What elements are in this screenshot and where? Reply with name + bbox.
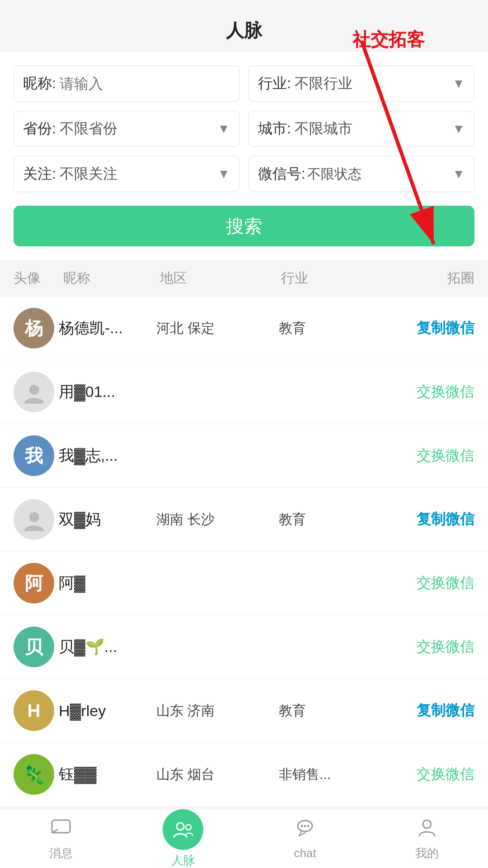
avatar: 我 — [14, 435, 54, 476]
header-action: 拓圈 — [378, 269, 474, 288]
user-nickname: 钰▓▓ — [54, 764, 156, 785]
user-action-button[interactable]: 复制微信 — [377, 509, 474, 529]
mine-icon — [417, 817, 437, 843]
user-industry: 教育 — [279, 702, 376, 720]
user-action-button[interactable]: 交换微信 — [377, 446, 474, 466]
nav-label-messages: 消息 — [49, 845, 73, 861]
nav-label-chat: chat — [294, 846, 316, 860]
user-action-button[interactable]: 交换微信 — [377, 573, 474, 593]
follow-value: 不限关注 — [56, 164, 217, 184]
user-list: 杨 杨德凯-... 河北 保定 教育 复制微信 用▓01... 交换微信 我 我… — [0, 297, 488, 807]
user-region: 山东 济南 — [156, 702, 279, 720]
wechat-chevron-icon: ▼ — [452, 167, 465, 181]
user-nickname: 用▓01... — [54, 382, 156, 402]
avatar: 阿 — [14, 563, 54, 604]
filter-row-2: 省份: 不限省份 ▼ 城市: 不限城市 ▼ — [14, 111, 474, 147]
nav-item-messages[interactable]: 消息 — [0, 812, 122, 866]
industry-value: 不限行业 — [291, 74, 452, 94]
user-row: 双▓妈 湖南 长沙 教育 复制微信 — [0, 488, 488, 552]
user-row: 贝 贝▓🌱... 交换微信 — [0, 615, 488, 679]
province-value: 不限省份 — [56, 119, 217, 139]
avatar: 🦎 — [14, 754, 54, 795]
follow-chevron-icon: ▼ — [217, 167, 230, 181]
user-nickname: 阿▓ — [54, 573, 156, 594]
avatar: 杨 — [14, 308, 54, 349]
messages-icon — [51, 817, 71, 843]
annotation-text: 社交拓客 — [352, 27, 425, 52]
contacts-icon — [172, 818, 194, 841]
industry-label: 行业: — [258, 74, 291, 94]
svg-point-2 — [29, 385, 39, 395]
user-action-button[interactable]: 复制微信 — [377, 318, 474, 338]
user-row: H H▓rley 山东 济南 教育 复制微信 — [0, 679, 488, 743]
nav-label-mine: 我的 — [415, 845, 439, 861]
user-row: 用▓01... 交换微信 — [0, 360, 488, 424]
city-filter[interactable]: 城市: 不限城市 ▼ — [249, 111, 474, 147]
svg-point-5 — [177, 823, 184, 830]
contacts-icon-bg — [163, 809, 203, 850]
nickname-label: 昵称: — [23, 74, 56, 94]
user-region: 湖南 长沙 — [156, 510, 279, 529]
industry-chevron-icon: ▼ — [452, 76, 465, 91]
province-label: 省份: — [23, 119, 56, 139]
user-industry: 非销售... — [279, 765, 376, 784]
user-nickname: 我▓志,... — [54, 445, 156, 466]
svg-point-10 — [307, 825, 310, 827]
svg-point-9 — [304, 825, 306, 827]
nav-item-mine[interactable]: 我的 — [366, 812, 488, 866]
user-action-button[interactable]: 交换微信 — [377, 382, 474, 402]
avatar — [14, 372, 54, 412]
user-industry: 教育 — [279, 319, 376, 338]
table-header: 头像 昵称 地区 行业 拓圈 — [0, 260, 488, 297]
header-region: 地区 — [160, 269, 281, 288]
user-row: 阿 阿▓ 交换微信 — [0, 552, 488, 615]
user-row: 🦎 钰▓▓ 山东 烟台 非销售... 交换微信 — [0, 743, 488, 807]
avatar: H — [14, 690, 54, 731]
city-value: 不限城市 — [291, 119, 452, 139]
follow-filter[interactable]: 关注: 不限关注 ▼ — [14, 156, 239, 192]
wechat-filter[interactable]: 微信号: 不限状态 ▼ — [249, 156, 474, 192]
user-nickname: 杨德凯-... — [54, 318, 156, 339]
user-action-button[interactable]: 复制微信 — [377, 701, 474, 721]
user-row: 杨 杨德凯-... 河北 保定 教育 复制微信 — [0, 297, 488, 360]
user-action-button[interactable]: 交换微信 — [377, 764, 474, 784]
user-nickname: 双▓妈 — [54, 509, 156, 530]
svg-point-11 — [423, 820, 431, 828]
nickname-input[interactable] — [60, 75, 230, 92]
user-row: 我 我▓志,... 交换微信 — [0, 424, 488, 488]
svg-point-8 — [301, 825, 303, 827]
city-chevron-icon: ▼ — [452, 122, 465, 136]
header-nickname: 昵称 — [63, 269, 160, 288]
user-nickname: H▓rley — [54, 702, 156, 720]
province-chevron-icon: ▼ — [217, 122, 230, 136]
nav-item-contacts[interactable]: 人脉 — [122, 805, 244, 868]
industry-filter[interactable]: 行业: 不限行业 ▼ — [249, 66, 474, 102]
user-industry: 教育 — [279, 510, 376, 529]
avatar — [14, 499, 54, 540]
follow-label: 关注: — [23, 164, 56, 184]
user-action-button[interactable]: 交换微信 — [377, 637, 474, 657]
header-avatar: 头像 — [14, 269, 63, 288]
nav-label-contacts: 人脉 — [171, 853, 195, 868]
user-nickname: 贝▓🌱... — [54, 637, 156, 657]
svg-point-3 — [29, 512, 39, 522]
city-label: 城市: — [258, 119, 291, 139]
wechat-value: 不限状态 — [305, 165, 452, 184]
user-region: 山东 烟台 — [156, 765, 279, 784]
avatar: 贝 — [14, 627, 54, 667]
nav-item-chat[interactable]: chat — [244, 813, 366, 865]
chat-icon — [295, 818, 315, 844]
province-filter[interactable]: 省份: 不限省份 ▼ — [14, 111, 239, 147]
search-button[interactable]: 搜索 — [14, 206, 474, 246]
bottom-nav: 消息 人脉 chat — [0, 809, 488, 868]
nickname-filter[interactable]: 昵称: — [14, 66, 239, 102]
filter-row-1: 昵称: 行业: 不限行业 ▼ — [14, 66, 474, 102]
header-industry: 行业 — [281, 269, 378, 288]
filter-row-3: 关注: 不限关注 ▼ 微信号: 不限状态 ▼ — [14, 156, 474, 192]
user-region: 河北 保定 — [156, 319, 279, 338]
filter-section: 昵称: 行业: 不限行业 ▼ 省份: 不限省份 ▼ 城市: 不限城市 ▼ — [0, 52, 488, 260]
svg-point-6 — [186, 825, 191, 830]
wechat-label: 微信号: — [258, 164, 305, 184]
